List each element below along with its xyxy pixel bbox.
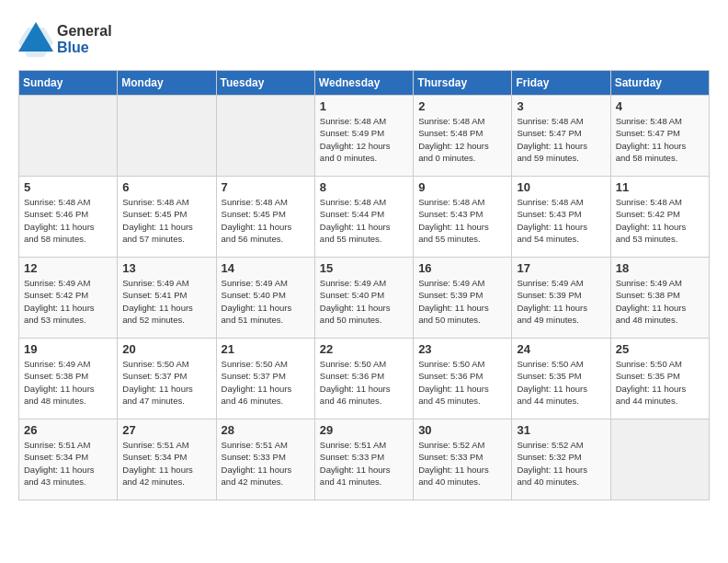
day-cell: 3Sunrise: 5:48 AM Sunset: 5:47 PM Daylig… [512,96,610,177]
day-cell: 17Sunrise: 5:49 AM Sunset: 5:39 PM Dayli… [512,258,610,339]
logo: General Blue [18,18,112,61]
day-cell: 1Sunrise: 5:48 AM Sunset: 5:49 PM Daylig… [314,96,413,177]
day-info: Sunrise: 5:48 AM Sunset: 5:48 PM Dayligh… [418,115,506,164]
day-number: 11 [616,180,704,194]
day-number: 6 [122,180,210,194]
day-info: Sunrise: 5:48 AM Sunset: 5:45 PM Dayligh… [222,196,310,245]
day-info: Sunrise: 5:50 AM Sunset: 5:37 PM Dayligh… [122,358,210,407]
day-cell: 13Sunrise: 5:49 AM Sunset: 5:41 PM Dayli… [118,258,216,339]
logo-general: General [57,23,112,40]
day-cell: 7Sunrise: 5:48 AM Sunset: 5:45 PM Daylig… [216,177,314,258]
day-cell: 22Sunrise: 5:50 AM Sunset: 5:36 PM Dayli… [314,339,413,419]
header-cell-friday: Friday [512,71,610,96]
day-cell: 25Sunrise: 5:50 AM Sunset: 5:35 PM Dayli… [610,339,709,419]
day-cell: 24Sunrise: 5:50 AM Sunset: 5:35 PM Dayli… [512,339,610,419]
day-number: 22 [320,342,408,356]
day-number: 2 [418,99,506,113]
day-number: 20 [122,342,210,356]
logo-text-block: General Blue [57,23,112,56]
day-cell: 14Sunrise: 5:49 AM Sunset: 5:40 PM Dayli… [216,258,314,339]
day-cell: 27Sunrise: 5:51 AM Sunset: 5:34 PM Dayli… [118,419,216,500]
day-number: 31 [517,423,605,437]
day-cell: 8Sunrise: 5:48 AM Sunset: 5:44 PM Daylig… [314,177,413,258]
day-number: 24 [517,342,605,356]
day-number: 3 [517,99,605,113]
day-cell: 28Sunrise: 5:51 AM Sunset: 5:33 PM Dayli… [216,419,314,500]
day-number: 19 [24,342,112,356]
day-cell: 21Sunrise: 5:50 AM Sunset: 5:37 PM Dayli… [216,339,314,419]
day-number: 8 [320,180,408,194]
day-info: Sunrise: 5:48 AM Sunset: 5:43 PM Dayligh… [517,196,605,245]
header-row: SundayMondayTuesdayWednesdayThursdayFrid… [19,71,710,96]
day-cell: 16Sunrise: 5:49 AM Sunset: 5:39 PM Dayli… [414,258,512,339]
day-cell: 26Sunrise: 5:51 AM Sunset: 5:34 PM Dayli… [19,419,118,500]
calendar-header: SundayMondayTuesdayWednesdayThursdayFrid… [19,71,710,96]
day-cell: 11Sunrise: 5:48 AM Sunset: 5:42 PM Dayli… [610,177,709,258]
day-cell: 5Sunrise: 5:48 AM Sunset: 5:46 PM Daylig… [19,177,118,258]
day-number: 9 [418,180,506,194]
day-number: 7 [222,180,310,194]
header-cell-sunday: Sunday [19,71,118,96]
calendar-table: SundayMondayTuesdayWednesdayThursdayFrid… [18,70,710,500]
header-cell-monday: Monday [118,71,216,96]
day-cell: 9Sunrise: 5:48 AM Sunset: 5:43 PM Daylig… [414,177,512,258]
day-cell [118,96,216,177]
day-cell: 12Sunrise: 5:49 AM Sunset: 5:42 PM Dayli… [19,258,118,339]
day-number: 5 [24,180,112,194]
header-cell-thursday: Thursday [414,71,512,96]
day-info: Sunrise: 5:48 AM Sunset: 5:44 PM Dayligh… [320,196,408,245]
day-info: Sunrise: 5:51 AM Sunset: 5:33 PM Dayligh… [222,439,310,488]
day-number: 30 [418,423,506,437]
day-number: 25 [616,342,704,356]
day-info: Sunrise: 5:49 AM Sunset: 5:41 PM Dayligh… [122,277,210,326]
day-number: 12 [24,261,112,275]
day-info: Sunrise: 5:48 AM Sunset: 5:46 PM Dayligh… [24,196,112,245]
logo-blue: Blue [57,40,89,56]
day-cell [216,96,314,177]
day-info: Sunrise: 5:51 AM Sunset: 5:34 PM Dayligh… [122,439,210,488]
day-number: 4 [616,99,704,113]
day-cell: 29Sunrise: 5:51 AM Sunset: 5:33 PM Dayli… [314,419,413,500]
header-cell-saturday: Saturday [610,71,709,96]
day-info: Sunrise: 5:49 AM Sunset: 5:38 PM Dayligh… [616,277,704,326]
day-info: Sunrise: 5:50 AM Sunset: 5:35 PM Dayligh… [616,358,704,407]
page-header: General Blue [18,18,710,61]
day-info: Sunrise: 5:48 AM Sunset: 5:42 PM Dayligh… [616,196,704,245]
day-number: 10 [517,180,605,194]
day-info: Sunrise: 5:48 AM Sunset: 5:43 PM Dayligh… [418,196,506,245]
header-cell-tuesday: Tuesday [216,71,314,96]
calendar-body: 1Sunrise: 5:48 AM Sunset: 5:49 PM Daylig… [19,96,710,500]
day-cell: 30Sunrise: 5:52 AM Sunset: 5:33 PM Dayli… [414,419,512,500]
header-cell-wednesday: Wednesday [314,71,413,96]
day-info: Sunrise: 5:48 AM Sunset: 5:49 PM Dayligh… [320,115,408,164]
day-cell: 31Sunrise: 5:52 AM Sunset: 5:32 PM Dayli… [512,419,610,500]
day-info: Sunrise: 5:51 AM Sunset: 5:33 PM Dayligh… [320,439,408,488]
day-info: Sunrise: 5:49 AM Sunset: 5:42 PM Dayligh… [24,277,112,326]
day-number: 21 [222,342,310,356]
week-row-3: 12Sunrise: 5:49 AM Sunset: 5:42 PM Dayli… [19,258,710,339]
day-cell: 19Sunrise: 5:49 AM Sunset: 5:38 PM Dayli… [19,339,118,419]
day-number: 18 [616,261,704,275]
day-info: Sunrise: 5:48 AM Sunset: 5:47 PM Dayligh… [517,115,605,164]
week-row-4: 19Sunrise: 5:49 AM Sunset: 5:38 PM Dayli… [19,339,710,419]
day-cell: 4Sunrise: 5:48 AM Sunset: 5:47 PM Daylig… [610,96,709,177]
day-number: 28 [222,423,310,437]
day-info: Sunrise: 5:52 AM Sunset: 5:32 PM Dayligh… [517,439,605,488]
day-cell: 2Sunrise: 5:48 AM Sunset: 5:48 PM Daylig… [414,96,512,177]
week-row-2: 5Sunrise: 5:48 AM Sunset: 5:46 PM Daylig… [19,177,710,258]
day-number: 1 [320,99,408,113]
day-number: 29 [320,423,408,437]
logo-icon [18,18,53,61]
day-number: 15 [320,261,408,275]
day-cell: 10Sunrise: 5:48 AM Sunset: 5:43 PM Dayli… [512,177,610,258]
day-number: 23 [418,342,506,356]
day-info: Sunrise: 5:48 AM Sunset: 5:47 PM Dayligh… [616,115,704,164]
day-info: Sunrise: 5:49 AM Sunset: 5:40 PM Dayligh… [222,277,310,326]
day-info: Sunrise: 5:49 AM Sunset: 5:40 PM Dayligh… [320,277,408,326]
day-number: 13 [122,261,210,275]
day-info: Sunrise: 5:49 AM Sunset: 5:39 PM Dayligh… [418,277,506,326]
day-info: Sunrise: 5:49 AM Sunset: 5:38 PM Dayligh… [24,358,112,407]
day-info: Sunrise: 5:50 AM Sunset: 5:36 PM Dayligh… [320,358,408,407]
day-cell: 18Sunrise: 5:49 AM Sunset: 5:38 PM Dayli… [610,258,709,339]
day-cell: 20Sunrise: 5:50 AM Sunset: 5:37 PM Dayli… [118,339,216,419]
